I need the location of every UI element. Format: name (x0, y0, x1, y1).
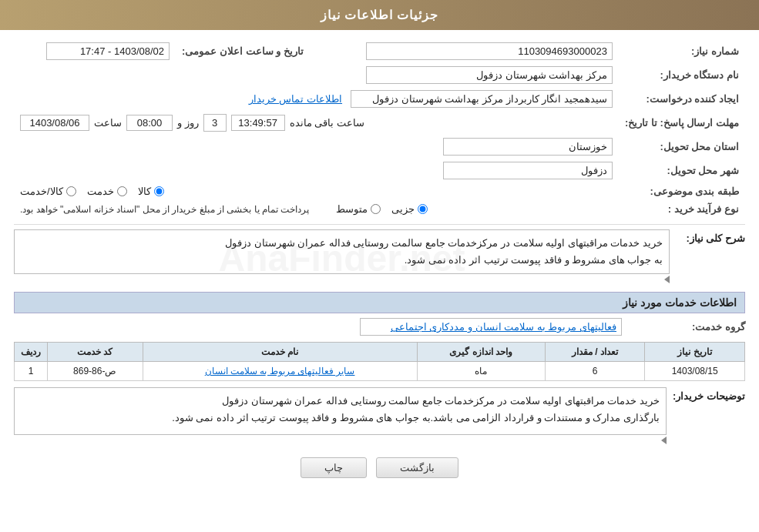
radio-khadamat-input[interactable] (117, 186, 127, 196)
nooe-notice: پرداخت تمام یا بخشی از مبلغ خریدار از مح… (20, 204, 309, 215)
btn-chap[interactable]: چاپ (301, 457, 367, 478)
tarikh-elan-value: 1403/08/02 - 17:47 (46, 42, 170, 60)
khadamat-section-title: اطلاعات خدمات مورد نیاز (14, 292, 745, 313)
radio-jozii-label: جزیی (391, 203, 415, 215)
rooz-label: روز و (177, 117, 199, 129)
saat-label: ساعت (94, 117, 122, 129)
cell-tedad: 6 (545, 362, 645, 381)
mohlat-rooz: 3 (203, 114, 227, 132)
table-row: 1403/08/15 6 ماه سایر فعالیتهای مربوط به… (15, 362, 745, 381)
col-vahed: واحد اندازه گیری (417, 343, 545, 362)
tozih-label: توضیحات خریدار: (673, 387, 745, 402)
radio-jozii-input[interactable] (418, 204, 428, 214)
ijad-konande-value: سیدهمجید انگار کاربرداز مرکز بهداشت شهرس… (351, 90, 613, 108)
tozih-resize-arrow[interactable] (661, 437, 667, 444)
services-table: تاریخ نیاز تعداد / مقدار واحد اندازه گیر… (14, 342, 745, 381)
top-info-table: شماره نیاز: 1103094693000023 تاریخ و ساع… (14, 39, 745, 218)
name-dastgah-label: نام دستگاه خریدار: (619, 63, 745, 87)
tozih-content: خرید خدمات مراقبتهای اولیه سلامت در مرکز… (14, 387, 667, 447)
page-wrapper: جزئیات اطلاعات نیاز شماره نیاز: 11030946… (0, 0, 759, 532)
ettelaat-link[interactable]: اطلاعات تماس خریدار (249, 93, 342, 105)
nooe-farayand-label: نوع فرآیند خرید : (619, 200, 745, 218)
sharh-resize-arrow[interactable] (664, 276, 670, 283)
cell-radif: 1 (15, 362, 48, 381)
tabaqe-label: طبقه بندی موضوعی: (619, 182, 745, 200)
radio-jozii[interactable]: جزیی (391, 203, 428, 215)
col-tarikh: تاریخ نیاز (645, 343, 745, 362)
mohlat-baqi: ساعت باقی مانده (290, 117, 364, 129)
radio-kala-khadamat[interactable]: کالا/خدمت (20, 186, 76, 197)
mohlat-label: مهلت ارسال پاسخ: تا تاریخ: (619, 111, 745, 135)
col-code: کد خدمت (48, 343, 143, 362)
radio-khadamat[interactable]: خدمت (87, 186, 127, 197)
divider-1 (14, 224, 745, 225)
mohlat-date: 1403/08/06 (20, 115, 89, 131)
goroh-row: گروه خدمت: فعالیتهای مربوط به سلامت انسا… (14, 318, 745, 336)
col-tedad: تعداد / مقدار (545, 343, 645, 362)
btn-bazgasht[interactable]: بازگشت (376, 457, 458, 478)
radio-kala-khadamat-input[interactable] (66, 186, 76, 196)
radio-motovaset[interactable]: متوسط (336, 203, 381, 215)
page-title: جزئیات اطلاعات نیاز (321, 8, 439, 22)
radio-khadamat-label: خدمت (87, 186, 114, 197)
page-header: جزئیات اطلاعات نیاز (0, 0, 759, 30)
radio-kala-label: کالا (138, 186, 151, 197)
tozih-text: خرید خدمات مراقبتهای اولیه سلامت در مرکز… (14, 387, 667, 435)
sharh-content: خرید خدمات مراقبتهای اولیه سلامت در مرکز… (14, 229, 670, 286)
col-radif: ردیف (15, 343, 48, 362)
ijad-konande-label: ایجاد کننده درخواست: (619, 87, 745, 111)
shomara-niaz-label: شماره نیاز: (619, 39, 745, 63)
shahr-label: شهر محل تحویل: (619, 159, 745, 182)
name-dastgah-value: مرکز بهداشت شهرستان دزفول (366, 66, 613, 84)
ostan-label: استان محل تحویل: (619, 135, 745, 159)
mohlat-countdown: 13:49:57 (231, 115, 285, 131)
tozih-section: توضیحات خریدار: خرید خدمات مراقبتهای اول… (14, 387, 745, 447)
shomara-niaz-value: 1103094693000023 (366, 42, 613, 60)
cell-code: ص-86-869 (48, 362, 143, 381)
radio-kala-khadamat-label: کالا/خدمت (20, 186, 63, 197)
cell-name[interactable]: سایر فعالیتهای مربوط به سلامت انسان (143, 362, 417, 381)
goroh-value[interactable]: فعالیتهای مربوط به سلامت انسان و مددکاری… (360, 318, 622, 336)
goroh-label: گروه خدمت: (630, 321, 745, 333)
cell-tarikh: 1403/08/15 (645, 362, 745, 381)
content-area: شماره نیاز: 1103094693000023 تاریخ و ساع… (0, 30, 759, 495)
radio-motovaset-input[interactable] (371, 204, 381, 214)
radio-motovaset-label: متوسط (336, 203, 368, 215)
buttons-row: بازگشت چاپ (14, 457, 745, 478)
ostan-value: خوزستان (443, 138, 613, 156)
tarikh-elan-label: تاریخ و ساعت اعلان عمومی: (176, 39, 310, 63)
col-name-khadamat: نام خدمت (143, 343, 417, 362)
sharh-label: شرح کلی نیاز: (676, 229, 745, 244)
shahr-value: دزفول (443, 162, 613, 179)
radio-kala-input[interactable] (154, 186, 164, 196)
cell-vahed: ماه (417, 362, 545, 381)
sharh-section: شرح کلی نیاز: خرید خدمات مراقبتهای اولیه… (14, 229, 745, 286)
sharh-text: خرید خدمات مراقبتهای اولیه سلامت در مرکز… (14, 229, 670, 274)
mohlat-saat: 08:00 (126, 115, 173, 131)
radio-kala[interactable]: کالا (138, 186, 164, 197)
